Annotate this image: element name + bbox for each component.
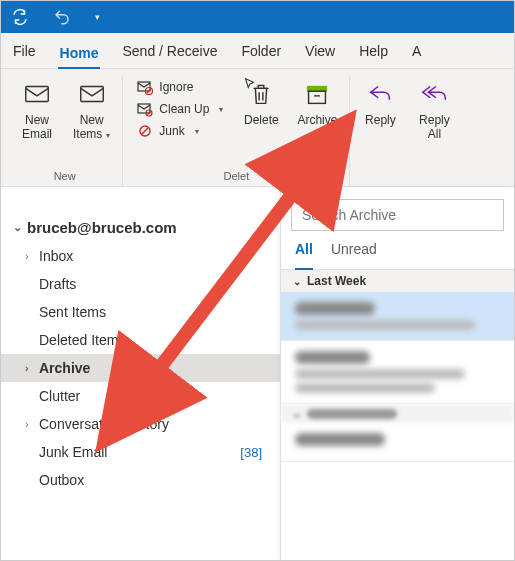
tab-home[interactable]: Home [58, 41, 101, 69]
message-sender-blurred [295, 351, 370, 364]
ribbon-group-delete: Ignore Clean Up ▾ Junk ▾ Delete [123, 75, 350, 186]
new-items-label: New Items [73, 113, 104, 141]
folder-conversation-history[interactable]: ›Conversation History [1, 410, 280, 438]
folder-clutter[interactable]: Clutter [1, 382, 280, 410]
reply-all-label: Reply All [419, 113, 450, 142]
ribbon-group-respond: Reply Reply All [350, 75, 464, 186]
tab-help[interactable]: Help [357, 39, 390, 63]
account-header[interactable]: ⌄ bruceb@bruceb.com [1, 215, 280, 242]
tab-file[interactable]: File [11, 39, 38, 63]
undo-icon[interactable] [53, 8, 71, 26]
filter-tabs: All Unread [281, 231, 514, 270]
message-subject-blurred [295, 320, 475, 330]
cleanup-button[interactable]: Clean Up ▾ [133, 99, 227, 119]
folder-pane: ⌄ bruceb@bruceb.com ›Inbox Drafts Sent I… [1, 187, 281, 560]
cursor-icon [243, 77, 257, 91]
message-subject-blurred [295, 369, 465, 379]
archive-label: Archive [297, 113, 337, 127]
junk-count: [38] [240, 445, 268, 460]
filter-all[interactable]: All [295, 241, 313, 270]
chevron-right-icon: › [25, 250, 35, 262]
ignore-label: Ignore [159, 80, 193, 94]
group-header-blurred[interactable]: ⌄ [281, 404, 514, 423]
cleanup-label: Clean Up [159, 102, 209, 116]
new-email-button[interactable]: New Email [13, 75, 61, 168]
qat-dropdown-icon[interactable]: ▾ [95, 12, 100, 22]
message-preview-blurred [295, 383, 435, 393]
ribbon-group-respond-label [356, 168, 458, 186]
ribbon-tabs: File Home Send / Receive Folder View Hel… [1, 33, 514, 69]
chevron-down-icon: ⌄ [13, 221, 23, 234]
folder-archive[interactable]: ›Archive [1, 354, 280, 382]
svg-rect-8 [309, 91, 326, 103]
tab-sendreceive[interactable]: Send / Receive [120, 39, 219, 63]
svg-rect-1 [80, 87, 103, 102]
folder-sent[interactable]: Sent Items [1, 298, 280, 326]
junk-button[interactable]: Junk ▾ [133, 121, 227, 141]
search-input[interactable] [291, 199, 504, 231]
message-item[interactable] [281, 292, 514, 341]
folder-inbox[interactable]: ›Inbox [1, 242, 280, 270]
message-sender-blurred [295, 433, 385, 446]
sendreceive-icon[interactable] [11, 8, 29, 26]
quick-access-toolbar: ▾ [1, 1, 514, 33]
message-item[interactable] [281, 423, 514, 462]
chevron-right-icon: › [25, 418, 35, 430]
ribbon-group-new: New Email New Items▾ New [7, 75, 123, 186]
group-header-lastweek[interactable]: ⌄ Last Week [281, 270, 514, 292]
search-box[interactable] [291, 199, 504, 231]
ignore-button[interactable]: Ignore [133, 77, 227, 97]
tab-account-partial[interactable]: A [410, 39, 423, 63]
chevron-right-icon: › [25, 362, 35, 374]
tab-folder[interactable]: Folder [239, 39, 283, 63]
reply-label: Reply [365, 113, 396, 127]
svg-rect-0 [26, 87, 49, 102]
reply-all-button[interactable]: Reply All [410, 75, 458, 168]
tab-view[interactable]: View [303, 39, 337, 63]
account-name: bruceb@bruceb.com [27, 219, 177, 236]
new-items-button[interactable]: New Items▾ [67, 75, 116, 168]
reply-button[interactable]: Reply [356, 75, 404, 168]
message-list-pane: All Unread ⌄ Last Week ⌄ [280, 187, 514, 560]
chevron-down-icon: ▾ [195, 127, 199, 136]
new-email-label: New Email [22, 113, 52, 142]
delete-button[interactable]: Delete [237, 75, 285, 168]
workspace: ⌄ bruceb@bruceb.com ›Inbox Drafts Sent I… [1, 187, 514, 560]
message-sender-blurred [295, 302, 375, 315]
folder-drafts[interactable]: Drafts [1, 270, 280, 298]
archive-button[interactable]: Archive [291, 75, 343, 168]
ribbon-group-delete-label: Delet [129, 168, 343, 186]
filter-unread[interactable]: Unread [331, 241, 377, 263]
chevron-down-icon: ▾ [219, 105, 223, 114]
chevron-down-icon: ⌄ [293, 276, 301, 287]
delete-label: Delete [244, 113, 279, 127]
folder-outbox[interactable]: Outbox [1, 466, 280, 494]
ribbon-group-new-label: New [13, 168, 116, 186]
folder-junk[interactable]: Junk Email[38] [1, 438, 280, 466]
ribbon: New Email New Items▾ New Ignore Clean Up… [1, 69, 514, 187]
junk-label: Junk [159, 124, 184, 138]
chevron-down-icon: ▾ [106, 131, 110, 140]
message-item[interactable] [281, 341, 514, 404]
folder-deleted[interactable]: Deleted Items [1, 326, 280, 354]
